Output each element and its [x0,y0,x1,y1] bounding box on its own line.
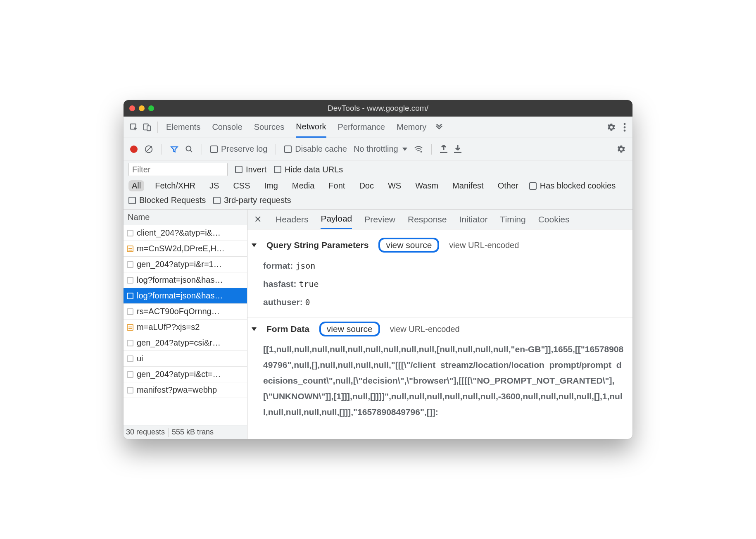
preserve-log-checkbox[interactable]: Preserve log [210,144,267,154]
hide-data-urls-checkbox[interactable]: Hide data URLs [274,165,343,174]
panel-tab-memory[interactable]: Memory [397,117,426,138]
request-list-header[interactable]: Name [124,210,247,225]
hide-data-urls-label: Hide data URLs [285,165,343,174]
request-name: manifest?pwa=webhp [137,385,217,395]
panel-tab-sources[interactable]: Sources [254,117,284,138]
kebab-menu-icon[interactable] [623,123,626,132]
request-name: rs=ACT90oFqOrnng… [137,307,220,316]
request-name: m=CnSW2d,DPreE,H… [137,244,225,253]
invert-label: Invert [246,165,266,174]
request-row[interactable]: log?format=json&has… [124,272,247,288]
request-row[interactable]: manifest?pwa=webhp [124,382,247,398]
qsp-row: hasfast: true [247,275,632,293]
detail-tab-headers[interactable]: Headers [276,210,308,229]
svg-point-3 [624,123,626,125]
request-row[interactable]: client_204?&atyp=i&… [124,225,247,241]
detail-tab-response[interactable]: Response [408,210,447,229]
has-blocked-cookies-checkbox[interactable]: Has blocked cookies [529,181,616,191]
network-filters: Invert Hide data URLs AllFetch/XHRJSCSSI… [124,160,632,210]
svg-rect-11 [440,152,447,153]
request-detail: ✕ HeadersPayloadPreviewResponseInitiator… [247,210,632,439]
type-filter-ws[interactable]: WS [385,180,404,191]
request-name: gen_204?atyp=i&r=1… [137,260,222,269]
disable-cache-checkbox[interactable]: Disable cache [284,144,347,154]
preserve-log-label: Preserve log [221,144,267,154]
blocked-requests-checkbox[interactable]: Blocked Requests [128,196,206,205]
caret-down-icon[interactable] [252,243,257,247]
type-filter-media[interactable]: Media [289,180,318,191]
type-filter-img[interactable]: Img [261,180,281,191]
formdata-title: Form Data [266,324,309,334]
devtools-window: DevTools - www.google.com/ ElementsConso… [124,100,632,439]
file-icon [127,355,133,362]
request-row[interactable]: gen_204?atyp=i&ct=… [124,367,247,382]
request-row[interactable]: rs=ACT90oFqOrnng… [124,304,247,320]
third-party-checkbox[interactable]: 3rd-party requests [213,196,291,205]
panel-tab-network[interactable]: Network [296,117,326,138]
inspect-element-icon[interactable] [129,123,138,132]
network-conditions-icon[interactable] [414,145,423,153]
request-row[interactable]: m=CnSW2d,DPreE,H… [124,241,247,257]
type-filter-all[interactable]: All [128,180,144,191]
file-icon [127,387,133,394]
request-list: Name client_204?&atyp=i&…m=CnSW2d,DPreE,… [124,210,247,439]
request-row[interactable]: log?format=json&has… [124,288,247,304]
import-har-icon[interactable] [440,145,447,153]
caret-down-icon[interactable] [252,327,257,331]
script-file-icon [127,246,133,252]
has-blocked-cookies-label: Has blocked cookies [540,181,616,191]
type-filter-other[interactable]: Other [494,180,522,191]
request-name: ui [137,354,143,363]
invert-checkbox[interactable]: Invert [235,165,266,174]
svg-line-7 [146,146,152,152]
export-har-icon[interactable] [454,145,461,153]
detail-tab-preview[interactable]: Preview [364,210,395,229]
request-row[interactable]: gen_204?atyp=i&r=1… [124,257,247,272]
panel-tab-elements[interactable]: Elements [166,117,200,138]
type-filter-font[interactable]: Font [325,180,348,191]
close-detail-icon[interactable]: ✕ [254,214,263,225]
detail-tab-cookies[interactable]: Cookies [538,210,570,229]
settings-icon[interactable] [607,123,616,132]
qsp-view-source-link[interactable]: view source [378,238,439,253]
svg-rect-12 [454,152,461,153]
status-requests: 30 requests [126,428,165,436]
clear-icon[interactable] [144,145,153,154]
panel-tab-performance[interactable]: Performance [338,117,385,138]
script-file-icon [127,324,133,331]
chevron-down-icon [402,148,407,151]
record-button[interactable] [130,145,138,153]
throttling-select[interactable]: No throttling [354,144,407,154]
svg-line-9 [190,150,192,152]
type-filter-doc[interactable]: Doc [356,180,377,191]
formdata-view-encoded-link[interactable]: view URL-encoded [390,324,460,334]
filter-input[interactable] [128,163,228,176]
third-party-label: 3rd-party requests [224,196,291,205]
panel-tab-console[interactable]: Console [212,117,242,138]
qsp-view-encoded-link[interactable]: view URL-encoded [449,241,519,250]
search-icon[interactable] [185,145,193,153]
request-name: log?format=json&has… [137,291,223,301]
type-filter-fetchxhr[interactable]: Fetch/XHR [152,180,199,191]
detail-tab-initiator[interactable]: Initiator [459,210,488,229]
detail-tab-payload[interactable]: Payload [321,210,352,229]
svg-point-4 [624,126,626,128]
request-row[interactable]: gen_204?atyp=csi&r… [124,335,247,351]
qsp-row: authuser: 0 [247,293,632,311]
type-filter-js[interactable]: JS [206,180,222,191]
filter-icon[interactable] [170,145,178,153]
type-filter-manifest[interactable]: Manifest [449,180,487,191]
request-row[interactable]: m=aLUfP?xjs=s2 [124,320,247,335]
request-row[interactable]: ui [124,351,247,367]
type-filter-wasm[interactable]: Wasm [412,180,442,191]
network-settings-icon[interactable] [617,145,626,154]
formdata-view-source-link[interactable]: view source [319,322,380,336]
svg-point-8 [186,146,191,151]
detail-tab-timing[interactable]: Timing [500,210,525,229]
request-name: gen_204?atyp=i&ct=… [137,370,221,379]
more-tabs-icon[interactable] [431,124,447,131]
panel-tabstrip: ElementsConsoleSourcesNetworkPerformance… [124,117,632,138]
form-data-section: Form Data view source view URL-encoded [… [247,317,632,427]
type-filter-css[interactable]: CSS [230,180,253,191]
device-toolbar-icon[interactable] [143,123,152,132]
